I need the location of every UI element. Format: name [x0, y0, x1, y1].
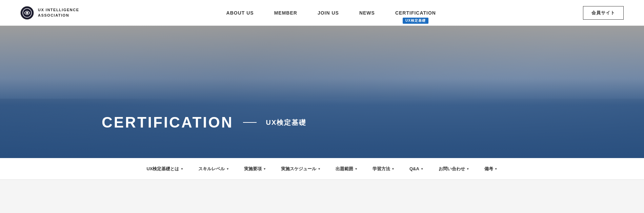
chevron-down-icon: ▼: [355, 167, 358, 171]
main-content-area: [0, 180, 644, 213]
nav-joinus[interactable]: JOIN US: [307, 0, 349, 26]
chevron-down-icon: ▼: [466, 167, 469, 171]
sub-nav-skill-level[interactable]: スキルレベル ▼: [191, 158, 237, 180]
sub-nav-study[interactable]: 学習方法 ▼: [365, 158, 402, 180]
sub-nav-about-exam[interactable]: UX検定基礎とは ▼: [139, 158, 191, 180]
nav-about[interactable]: ABOUT US: [216, 0, 264, 26]
chevron-down-icon: ▼: [263, 167, 266, 171]
chevron-down-icon: ▼: [495, 167, 498, 171]
sub-nav-qa[interactable]: Q&A ▼: [402, 158, 431, 180]
chevron-down-icon: ▼: [226, 167, 229, 171]
nav-certification[interactable]: CERTIFICATION UX検定基礎: [385, 0, 446, 26]
main-nav: ABOUT US MEMBER JOIN US NEWS CERTIFICATI…: [216, 0, 446, 26]
chevron-down-icon: ▼: [318, 167, 321, 171]
chevron-down-icon: ▼: [421, 167, 424, 171]
nav-news[interactable]: NEWS: [349, 0, 385, 26]
cert-badge: UX検定基礎: [403, 18, 428, 24]
nav-member[interactable]: MEMBER: [264, 0, 307, 26]
sub-nav-requirements[interactable]: 実施要項 ▼: [237, 158, 274, 180]
sub-nav-contact[interactable]: お問い合わせ ▼: [431, 158, 477, 180]
sub-nav-schedule[interactable]: 実施スケジュール ▼: [274, 158, 328, 180]
hero-title: CERTIFICATION: [102, 114, 234, 131]
hero-subtitle: UX検定基礎: [266, 118, 307, 127]
hero-separator: [243, 122, 257, 123]
svg-point-2: [26, 12, 28, 14]
hero-section: CERTIFICATION UX検定基礎: [0, 26, 644, 158]
hero-overlay: [0, 26, 644, 158]
chevron-down-icon: ▼: [391, 167, 395, 171]
sub-nav-notes[interactable]: 備考 ▼: [477, 158, 505, 180]
chevron-down-icon: ▼: [180, 167, 183, 171]
sub-navigation: UX検定基礎とは ▼ スキルレベル ▼ 実施要項 ▼ 実施スケジュール ▼ 出題…: [0, 158, 644, 180]
sub-nav-scope[interactable]: 出題範囲 ▼: [328, 158, 365, 180]
member-site-button[interactable]: 会員サイト: [583, 6, 624, 20]
logo[interactable]: UX INTELLIGENCE ASSOCIATION: [20, 6, 79, 20]
logo-icon: [20, 6, 34, 20]
logo-text: UX INTELLIGENCE ASSOCIATION: [38, 7, 79, 18]
hero-content: CERTIFICATION UX検定基礎: [102, 114, 306, 131]
site-header: UX INTELLIGENCE ASSOCIATION ABOUT US MEM…: [0, 0, 644, 26]
